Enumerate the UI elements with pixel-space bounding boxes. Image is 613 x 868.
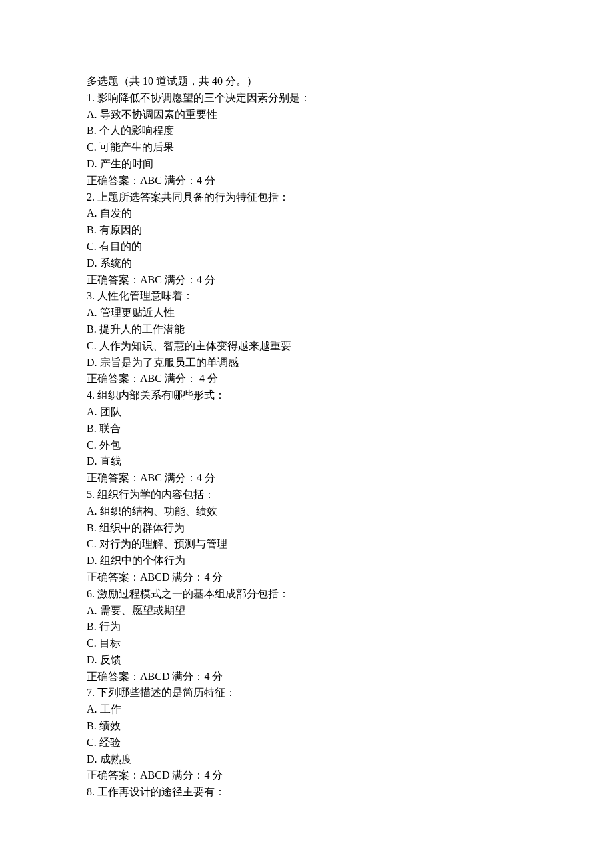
- question-stem: 7. 下列哪些描述的是简历特征：: [87, 685, 526, 701]
- question-option: D. 直线: [87, 453, 526, 470]
- question-option: C. 可能产生的后果: [87, 139, 526, 156]
- question-option: A. 需要、愿望或期望: [87, 603, 526, 619]
- question-stem: 4. 组织内部关系有哪些形式：: [87, 387, 526, 404]
- question-option: D. 宗旨是为了克服员工的单调感: [87, 355, 526, 371]
- question-option: C. 人作为知识、智慧的主体变得越来越重要: [87, 338, 526, 355]
- question-option: D. 系统的: [87, 255, 526, 272]
- question-stem: 5. 组织行为学的内容包括：: [87, 487, 526, 503]
- question-answer: 正确答案：ABC 满分：4 分: [87, 470, 526, 487]
- section-header: 多选题（共 10 道试题，共 40 分。）: [87, 73, 526, 90]
- question-answer: 正确答案：ABCD 满分：4 分: [87, 669, 526, 685]
- question-stem: 6. 激励过程模式之一的基本组成部分包括：: [87, 586, 526, 603]
- question-answer: 正确答案：ABC 满分：4 分: [87, 173, 526, 189]
- question-option: A. 导致不协调因素的重要性: [87, 107, 526, 123]
- question-stem: 3. 人性化管理意味着：: [87, 288, 526, 305]
- question-option: A. 自发的: [87, 205, 526, 222]
- question-option: A. 工作: [87, 701, 526, 718]
- question-option: C. 经验: [87, 735, 526, 751]
- question-answer: 正确答案：ABC 满分：4 分: [87, 272, 526, 289]
- question-option: B. 行为: [87, 619, 526, 635]
- questions-container: 1. 影响降低不协调愿望的三个决定因素分别是：A. 导致不协调因素的重要性B. …: [87, 90, 526, 801]
- question-option: B. 个人的影响程度: [87, 123, 526, 139]
- question-answer: 正确答案：ABCD 满分：4 分: [87, 767, 526, 784]
- question-option: D. 组织中的个体行为: [87, 553, 526, 569]
- question-option: C. 有目的的: [87, 239, 526, 255]
- question-stem: 8. 工作再设计的途径主要有：: [87, 784, 526, 801]
- question-answer: 正确答案：ABCD 满分：4 分: [87, 569, 526, 586]
- question-option: B. 组织中的群体行为: [87, 520, 526, 537]
- question-stem: 2. 上题所选答案共同具备的行为特征包括：: [87, 189, 526, 206]
- question-option: A. 组织的结构、功能、绩效: [87, 503, 526, 520]
- question-option: B. 绩效: [87, 718, 526, 735]
- question-option: C. 对行为的理解、预测与管理: [87, 536, 526, 553]
- question-option: C. 外包: [87, 437, 526, 454]
- question-option: D. 产生的时间: [87, 156, 526, 173]
- question-option: A. 管理更贴近人性: [87, 305, 526, 321]
- question-option: B. 联合: [87, 421, 526, 437]
- question-stem: 1. 影响降低不协调愿望的三个决定因素分别是：: [87, 90, 526, 107]
- question-option: C. 目标: [87, 635, 526, 652]
- question-option: A. 团队: [87, 404, 526, 421]
- question-option: D. 成熟度: [87, 751, 526, 768]
- question-option: B. 提升人的工作潜能: [87, 321, 526, 338]
- question-option: B. 有原因的: [87, 222, 526, 239]
- question-answer: 正确答案：ABC 满分： 4 分: [87, 371, 526, 387]
- question-option: D. 反馈: [87, 652, 526, 669]
